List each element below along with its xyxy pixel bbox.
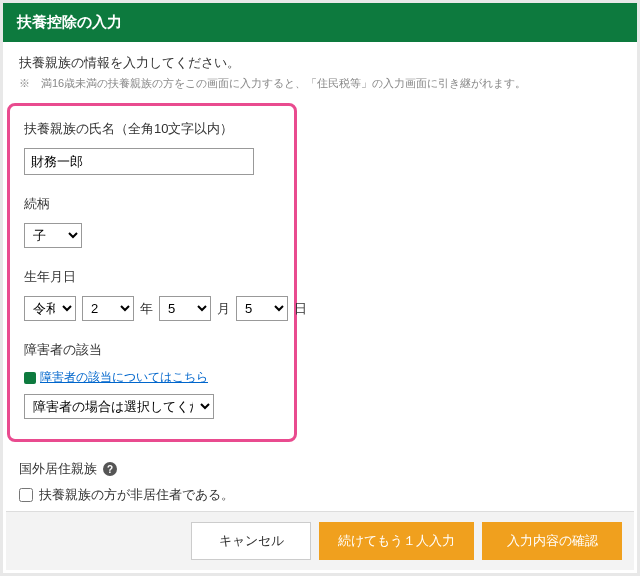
era-select[interactable]: 令和 <box>24 296 76 321</box>
continue-button[interactable]: 続けてもう１人入力 <box>319 522 474 560</box>
day-select[interactable]: 5 <box>236 296 288 321</box>
relation-field: 続柄 子 <box>24 195 280 248</box>
year-suffix: 年 <box>140 300 153 318</box>
disability-select[interactable]: 障害者の場合は選択してください。 <box>24 394 214 419</box>
year-select[interactable]: 2 <box>82 296 134 321</box>
dialog-footer: キャンセル 続けてもう１人入力 入力内容の確認 <box>6 511 634 570</box>
dob-field: 生年月日 令和 2 年 5 月 5 日 <box>24 268 280 321</box>
day-suffix: 日 <box>294 300 307 318</box>
disability-label: 障害者の該当 <box>24 341 280 359</box>
month-suffix: 月 <box>217 300 230 318</box>
cancel-button[interactable]: キャンセル <box>191 522 311 560</box>
overseas-label: 国外居住親族 ? <box>19 460 621 478</box>
overseas-checkbox-row: 扶養親族の方が非居住者である。 <box>19 486 621 504</box>
name-label: 扶養親族の氏名（全角10文字以内） <box>24 120 280 138</box>
overseas-checkbox-label: 扶養親族の方が非居住者である。 <box>39 486 234 504</box>
intro-text: 扶養親族の情報を入力してください。 <box>19 54 621 72</box>
dob-label: 生年月日 <box>24 268 280 286</box>
name-field: 扶養親族の氏名（全角10文字以内） <box>24 120 280 175</box>
highlighted-section: 扶養親族の氏名（全角10文字以内） 続柄 子 生年月日 令和 2 年 5 月 5… <box>7 103 297 442</box>
dob-row: 令和 2 年 5 月 5 日 <box>24 296 280 321</box>
disability-link[interactable]: 障害者の該当についてはこちら <box>40 369 208 386</box>
disability-field: 障害者の該当 障害者の該当についてはこちら 障害者の場合は選択してください。 <box>24 341 280 419</box>
disability-link-row: 障害者の該当についてはこちら <box>24 369 280 386</box>
name-input[interactable] <box>24 148 254 175</box>
overseas-checkbox[interactable] <box>19 488 33 502</box>
dialog-content: 扶養親族の情報を入力してください。 ※ 満16歳未満の扶養親族の方をこの画面に入… <box>3 42 637 530</box>
dialog-title: 扶養控除の入力 <box>17 13 122 30</box>
help-icon[interactable]: ? <box>103 462 117 476</box>
month-select[interactable]: 5 <box>159 296 211 321</box>
link-icon <box>24 372 36 384</box>
dialog-header: 扶養控除の入力 <box>3 3 637 42</box>
confirm-button[interactable]: 入力内容の確認 <box>482 522 622 560</box>
relation-select[interactable]: 子 <box>24 223 82 248</box>
note-text: ※ 満16歳未満の扶養親族の方をこの画面に入力すると、「住民税等」の入力画面に引… <box>19 76 621 91</box>
relation-label: 続柄 <box>24 195 280 213</box>
